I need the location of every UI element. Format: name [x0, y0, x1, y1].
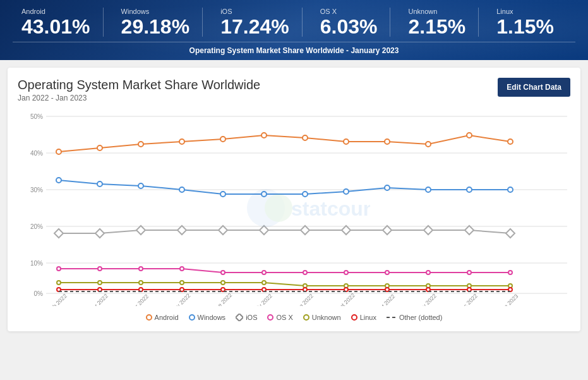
legend-ios: iOS — [236, 314, 257, 321]
header-title: Operating System Market Share Worldwide … — [13, 42, 575, 55]
stat-item-windows: Windows 29.18% — [121, 8, 203, 37]
svg-marker-55 — [219, 226, 227, 235]
unknown-legend-label: Unknown — [312, 314, 341, 321]
svg-point-37 — [467, 133, 472, 138]
ios-legend-label: iOS — [246, 314, 257, 321]
unknown-legend-dot — [303, 314, 309, 321]
chart-container: Operating System Market Share Worldwide … — [8, 68, 580, 331]
svg-marker-52 — [95, 229, 104, 238]
chart-header: Operating System Market Share Worldwide … — [18, 78, 570, 102]
svg-text:July 2022: July 2022 — [252, 293, 273, 306]
android-legend-label: Android — [155, 314, 179, 321]
svg-marker-56 — [260, 226, 268, 235]
svg-text:Nov 2022: Nov 2022 — [416, 293, 438, 306]
svg-point-41 — [138, 183, 143, 188]
linux-legend-label: Linux — [360, 314, 376, 321]
svg-point-49 — [467, 187, 472, 192]
svg-marker-57 — [301, 226, 309, 235]
svg-point-66 — [180, 267, 184, 271]
edit-chart-button[interactable]: Edit Chart Data — [498, 78, 570, 97]
other-legend-line — [387, 317, 397, 318]
svg-text:Sept 2022: Sept 2022 — [333, 292, 356, 306]
svg-point-42 — [179, 187, 184, 192]
svg-marker-59 — [383, 226, 392, 235]
linux-legend-dot — [351, 314, 357, 321]
svg-text:50%: 50% — [30, 113, 43, 120]
svg-text:May 2022: May 2022 — [169, 292, 191, 306]
header-stats: Android 43.01% Windows 29.18% iOS 17.24%… — [13, 8, 575, 37]
svg-point-77 — [139, 281, 143, 285]
svg-point-27 — [56, 149, 61, 154]
svg-point-33 — [303, 135, 308, 140]
legend-android: Android — [146, 314, 179, 321]
svg-point-78 — [180, 281, 184, 285]
svg-point-64 — [98, 267, 102, 271]
legend-unknown: Unknown — [303, 314, 341, 321]
svg-point-39 — [56, 178, 61, 183]
svg-point-75 — [57, 281, 61, 285]
svg-text:Aug 2022: Aug 2022 — [293, 293, 315, 306]
stat-item-linux: Linux 1.15% — [496, 8, 567, 37]
svg-marker-58 — [342, 226, 351, 235]
other-legend-label: Other (dotted) — [399, 314, 442, 321]
chart-title-block: Operating System Market Share Worldwide … — [18, 78, 260, 102]
svg-text:10%: 10% — [30, 260, 43, 267]
svg-point-35 — [385, 139, 390, 144]
chart-title: Operating System Market Share Worldwide — [18, 78, 260, 92]
stat-item-android: Android 43.01% — [21, 8, 104, 37]
svg-point-73 — [467, 271, 471, 274]
legend-osx: OS X — [267, 314, 292, 321]
svg-point-32 — [261, 133, 267, 138]
ios-legend-diamond — [236, 314, 243, 321]
svg-marker-62 — [506, 229, 515, 238]
svg-point-30 — [179, 139, 184, 144]
stat-item-os x: OS X 6.03% — [320, 8, 391, 37]
svg-point-46 — [344, 189, 349, 194]
svg-point-70 — [344, 271, 348, 274]
svg-marker-54 — [177, 226, 186, 235]
svg-text:June 2022: June 2022 — [210, 291, 233, 306]
svg-point-40 — [97, 181, 102, 187]
legend-linux: Linux — [351, 314, 376, 321]
osx-legend-label: OS X — [276, 314, 292, 321]
svg-marker-99 — [236, 314, 243, 321]
legend-windows: Windows — [189, 314, 226, 321]
chart-area: statcounter 50% 40% 30% 20% 10% 0% Feb 2… — [18, 110, 570, 309]
svg-text:40%: 40% — [30, 150, 43, 157]
chart-legend: Android Windows iOS OS X Unknown Linux O… — [18, 314, 570, 321]
svg-text:Feb 2022: Feb 2022 — [47, 293, 68, 306]
svg-point-67 — [221, 271, 225, 274]
line-chart: 50% 40% 30% 20% 10% 0% Feb 2022 Mar 2022… — [18, 110, 573, 306]
svg-point-76 — [98, 281, 102, 285]
svg-text:Jan 2023: Jan 2023 — [498, 293, 519, 306]
svg-text:30%: 30% — [30, 187, 43, 193]
svg-text:0%: 0% — [34, 290, 44, 297]
svg-marker-51 — [54, 229, 63, 238]
stat-item-unknown: Unknown 2.15% — [408, 8, 479, 37]
svg-point-36 — [426, 142, 431, 147]
svg-point-65 — [139, 267, 143, 271]
svg-point-79 — [221, 281, 225, 285]
svg-point-68 — [262, 271, 266, 274]
svg-point-43 — [220, 192, 225, 197]
svg-point-38 — [508, 139, 513, 144]
svg-point-47 — [385, 185, 390, 190]
svg-point-71 — [385, 271, 389, 274]
windows-legend-label: Windows — [198, 314, 226, 321]
svg-point-44 — [261, 192, 267, 197]
svg-text:Dec 2022: Dec 2022 — [457, 293, 479, 306]
svg-point-69 — [303, 271, 307, 274]
svg-text:Oct 2022: Oct 2022 — [375, 293, 396, 306]
svg-marker-61 — [465, 226, 474, 235]
svg-text:Apr 2022: Apr 2022 — [129, 293, 150, 306]
osx-legend-dot — [267, 314, 273, 321]
svg-point-29 — [138, 142, 143, 147]
chart-subtitle: Jan 2022 - Jan 2023 — [18, 94, 260, 102]
svg-point-63 — [57, 267, 61, 271]
svg-point-31 — [220, 137, 225, 142]
svg-point-28 — [97, 145, 102, 150]
svg-point-45 — [303, 192, 308, 197]
stat-item-ios: iOS 17.24% — [220, 8, 303, 37]
legend-other: Other (dotted) — [387, 314, 442, 321]
svg-marker-60 — [424, 226, 433, 235]
